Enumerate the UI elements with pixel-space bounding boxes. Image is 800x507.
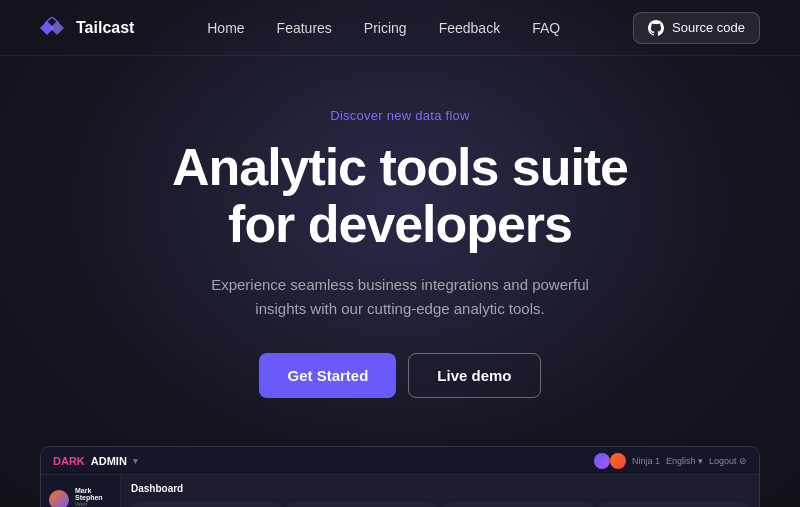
dash-user-name: Mark Stephen bbox=[75, 487, 112, 501]
brand: Tailcast bbox=[40, 17, 134, 39]
hero-title-line1: Analytic tools suite bbox=[172, 138, 628, 196]
get-started-button[interactable]: Get Started bbox=[259, 353, 396, 398]
dash-sidebar: Mark Stephen Web Designer MAIN Home bbox=[41, 475, 121, 507]
dash-brand-dark: DARK bbox=[53, 455, 85, 467]
dash-main: Dashboard NEW CLIENTS 27 NEW PROJECTS 37… bbox=[121, 475, 759, 507]
nav-link-home[interactable]: Home bbox=[207, 20, 244, 36]
hero-title-line2: for developers bbox=[228, 195, 572, 253]
dash-brand-admin: ADMIN bbox=[91, 455, 127, 467]
nav-links: Home Features Pricing Feedback FAQ bbox=[207, 20, 560, 36]
hero-section: Discover new data flow Analytic tools su… bbox=[0, 56, 800, 446]
nav-link-feedback[interactable]: Feedback bbox=[439, 20, 500, 36]
dash-stat-projects: NEW PROJECTS 375 bbox=[287, 502, 437, 507]
dash-topbar-text-english: English ▾ bbox=[666, 456, 703, 466]
dash-user-role: Web Designer bbox=[75, 501, 112, 507]
dash-stat-clients: NEW CLIENTS 27 bbox=[131, 502, 281, 507]
dash-avatar-orange bbox=[610, 453, 626, 469]
dash-stat-invoices: NEW INVOICES 140 bbox=[443, 502, 593, 507]
brand-logo-icon bbox=[40, 17, 68, 39]
dash-user: Mark Stephen Web Designer bbox=[41, 483, 120, 507]
dash-main-title: Dashboard bbox=[131, 483, 749, 494]
hero-buttons: Get Started Live demo bbox=[259, 353, 540, 398]
hero-subtitle: Experience seamless business integration… bbox=[210, 273, 590, 321]
hero-title: Analytic tools suite for developers bbox=[172, 139, 628, 253]
nav-link-features[interactable]: Features bbox=[277, 20, 332, 36]
dashboard-preview: DARKADMIN ▾ Ninja 1 English ▾ Logout ⊘ M… bbox=[40, 446, 760, 507]
dash-user-avatar bbox=[49, 490, 69, 507]
dash-topbar-text-ninja: Ninja 1 bbox=[632, 456, 660, 466]
github-icon bbox=[648, 20, 664, 36]
source-code-button[interactable]: Source code bbox=[633, 12, 760, 44]
source-code-label: Source code bbox=[672, 20, 745, 35]
dash-topbar: DARKADMIN ▾ Ninja 1 English ▾ Logout ⊘ bbox=[41, 447, 759, 475]
brand-name: Tailcast bbox=[76, 19, 134, 37]
dash-topbar-right: Ninja 1 English ▾ Logout ⊘ bbox=[594, 453, 747, 469]
live-demo-button[interactable]: Live demo bbox=[408, 353, 540, 398]
hero-tagline: Discover new data flow bbox=[330, 108, 469, 123]
dash-user-info: Mark Stephen Web Designer bbox=[75, 487, 112, 507]
nav-link-faq[interactable]: FAQ bbox=[532, 20, 560, 36]
dash-body: Mark Stephen Web Designer MAIN Home Dash… bbox=[41, 475, 759, 507]
dash-brand: DARKADMIN ▾ bbox=[53, 455, 138, 467]
nav-link-pricing[interactable]: Pricing bbox=[364, 20, 407, 36]
navbar: Tailcast Home Features Pricing Feedback … bbox=[0, 0, 800, 56]
dash-stat-all-projects: ALL PROJECTS 41 bbox=[599, 502, 749, 507]
dash-stats: NEW CLIENTS 27 NEW PROJECTS 375 NEW INVO… bbox=[131, 502, 749, 507]
dash-brand-arrow-icon: ▾ bbox=[133, 456, 138, 466]
dash-avatar-purple bbox=[594, 453, 610, 469]
dash-topbar-text-logout: Logout ⊘ bbox=[709, 456, 747, 466]
